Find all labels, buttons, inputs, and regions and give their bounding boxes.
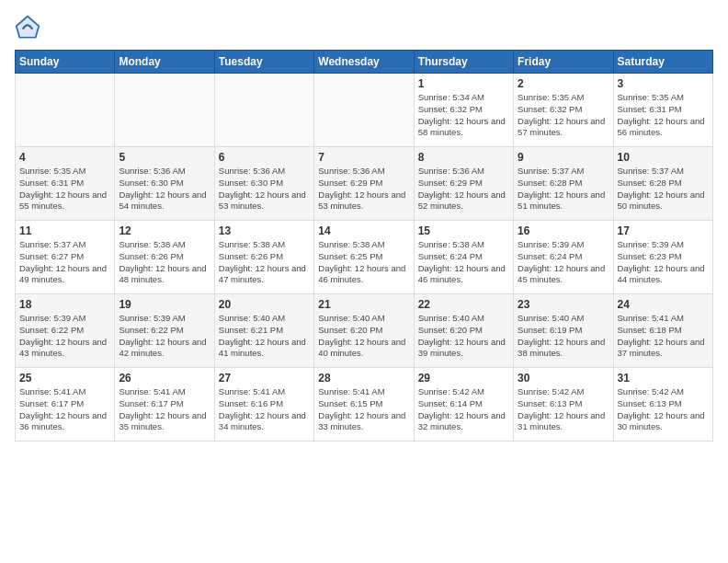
day-content: Sunrise: 5:36 AM Sunset: 6:29 PM Dayligh… — [318, 166, 409, 213]
day-content: Sunrise: 5:36 AM Sunset: 6:29 PM Dayligh… — [418, 166, 509, 213]
day-number: 9 — [518, 151, 609, 164]
day-number: 21 — [318, 298, 409, 311]
logo — [15, 15, 44, 40]
day-number: 27 — [219, 372, 310, 385]
calendar-cell: 18Sunrise: 5:39 AM Sunset: 6:22 PM Dayli… — [16, 294, 115, 368]
calendar-cell: 25Sunrise: 5:41 AM Sunset: 6:17 PM Dayli… — [16, 368, 115, 442]
calendar-cell: 31Sunrise: 5:42 AM Sunset: 6:13 PM Dayli… — [613, 368, 712, 442]
calendar-cell: 14Sunrise: 5:38 AM Sunset: 6:25 PM Dayli… — [314, 221, 414, 294]
header-sunday: Sunday — [16, 51, 115, 74]
calendar-cell: 13Sunrise: 5:38 AM Sunset: 6:26 PM Dayli… — [214, 221, 313, 294]
day-content: Sunrise: 5:35 AM Sunset: 6:31 PM Dayligh… — [618, 92, 709, 139]
day-number: 4 — [19, 151, 110, 164]
svg-marker-1 — [18, 18, 38, 36]
calendar-table: SundayMondayTuesdayWednesdayThursdayFrid… — [15, 50, 713, 442]
day-number: 20 — [219, 298, 310, 311]
calendar-week-row: 25Sunrise: 5:41 AM Sunset: 6:17 PM Dayli… — [16, 368, 713, 442]
calendar-cell: 26Sunrise: 5:41 AM Sunset: 6:17 PM Dayli… — [115, 368, 214, 442]
day-content: Sunrise: 5:40 AM Sunset: 6:21 PM Dayligh… — [219, 313, 310, 360]
calendar-cell: 4Sunrise: 5:35 AM Sunset: 6:31 PM Daylig… — [16, 147, 115, 221]
day-number: 18 — [19, 298, 110, 311]
day-content: Sunrise: 5:35 AM Sunset: 6:32 PM Dayligh… — [518, 92, 609, 139]
header-friday: Friday — [514, 51, 613, 74]
day-number: 10 — [618, 151, 709, 164]
day-content: Sunrise: 5:38 AM Sunset: 6:26 PM Dayligh… — [119, 239, 210, 286]
calendar-cell: 24Sunrise: 5:41 AM Sunset: 6:18 PM Dayli… — [613, 294, 712, 368]
calendar-cell: 21Sunrise: 5:40 AM Sunset: 6:20 PM Dayli… — [314, 294, 414, 368]
day-number: 3 — [618, 77, 709, 90]
header-saturday: Saturday — [613, 51, 712, 74]
day-content: Sunrise: 5:41 AM Sunset: 6:16 PM Dayligh… — [219, 386, 310, 433]
calendar-cell: 6Sunrise: 5:36 AM Sunset: 6:30 PM Daylig… — [214, 147, 313, 221]
day-number: 19 — [119, 298, 210, 311]
page-header — [15, 15, 713, 40]
day-content: Sunrise: 5:34 AM Sunset: 6:32 PM Dayligh… — [418, 92, 509, 139]
calendar-cell: 5Sunrise: 5:36 AM Sunset: 6:30 PM Daylig… — [115, 147, 214, 221]
day-content: Sunrise: 5:40 AM Sunset: 6:19 PM Dayligh… — [518, 313, 609, 360]
day-content: Sunrise: 5:36 AM Sunset: 6:30 PM Dayligh… — [219, 166, 310, 213]
calendar-cell: 28Sunrise: 5:41 AM Sunset: 6:15 PM Dayli… — [314, 368, 414, 442]
day-content: Sunrise: 5:37 AM Sunset: 6:28 PM Dayligh… — [618, 166, 709, 213]
day-number: 7 — [318, 151, 409, 164]
day-number: 2 — [518, 77, 609, 90]
calendar-cell: 9Sunrise: 5:37 AM Sunset: 6:28 PM Daylig… — [514, 147, 613, 221]
calendar-week-row: 18Sunrise: 5:39 AM Sunset: 6:22 PM Dayli… — [16, 294, 713, 368]
calendar-cell: 7Sunrise: 5:36 AM Sunset: 6:29 PM Daylig… — [314, 147, 414, 221]
calendar-cell — [16, 74, 115, 147]
day-content: Sunrise: 5:39 AM Sunset: 6:23 PM Dayligh… — [618, 239, 709, 286]
day-content: Sunrise: 5:37 AM Sunset: 6:28 PM Dayligh… — [518, 166, 609, 213]
header-wednesday: Wednesday — [314, 51, 414, 74]
calendar-cell: 20Sunrise: 5:40 AM Sunset: 6:21 PM Dayli… — [214, 294, 313, 368]
header-thursday: Thursday — [414, 51, 513, 74]
day-content: Sunrise: 5:35 AM Sunset: 6:31 PM Dayligh… — [19, 166, 110, 213]
day-content: Sunrise: 5:38 AM Sunset: 6:25 PM Dayligh… — [318, 239, 409, 286]
day-content: Sunrise: 5:36 AM Sunset: 6:30 PM Dayligh… — [119, 166, 210, 213]
calendar-cell: 30Sunrise: 5:42 AM Sunset: 6:13 PM Dayli… — [514, 368, 613, 442]
day-number: 25 — [19, 372, 110, 385]
calendar-header-row: SundayMondayTuesdayWednesdayThursdayFrid… — [16, 51, 713, 74]
day-content: Sunrise: 5:39 AM Sunset: 6:22 PM Dayligh… — [19, 313, 110, 360]
calendar-cell — [115, 74, 214, 147]
day-content: Sunrise: 5:42 AM Sunset: 6:13 PM Dayligh… — [518, 386, 609, 433]
day-content: Sunrise: 5:41 AM Sunset: 6:17 PM Dayligh… — [119, 386, 210, 433]
day-content: Sunrise: 5:39 AM Sunset: 6:22 PM Dayligh… — [119, 313, 210, 360]
day-content: Sunrise: 5:41 AM Sunset: 6:18 PM Dayligh… — [618, 313, 709, 360]
day-content: Sunrise: 5:41 AM Sunset: 6:17 PM Dayligh… — [19, 386, 110, 433]
day-number: 31 — [618, 372, 709, 385]
day-number: 24 — [618, 298, 709, 311]
header-monday: Monday — [115, 51, 214, 74]
calendar-week-row: 1Sunrise: 5:34 AM Sunset: 6:32 PM Daylig… — [16, 74, 713, 147]
day-number: 16 — [518, 224, 609, 237]
day-number: 12 — [119, 224, 210, 237]
day-number: 26 — [119, 372, 210, 385]
day-number: 17 — [618, 224, 709, 237]
day-content: Sunrise: 5:38 AM Sunset: 6:24 PM Dayligh… — [418, 239, 509, 286]
calendar-cell: 1Sunrise: 5:34 AM Sunset: 6:32 PM Daylig… — [414, 74, 513, 147]
day-number: 13 — [219, 224, 310, 237]
day-content: Sunrise: 5:37 AM Sunset: 6:27 PM Dayligh… — [19, 239, 110, 286]
calendar-cell: 2Sunrise: 5:35 AM Sunset: 6:32 PM Daylig… — [514, 74, 613, 147]
day-number: 6 — [219, 151, 310, 164]
calendar-cell: 11Sunrise: 5:37 AM Sunset: 6:27 PM Dayli… — [16, 221, 115, 294]
header-tuesday: Tuesday — [214, 51, 313, 74]
day-number: 1 — [418, 77, 509, 90]
day-content: Sunrise: 5:41 AM Sunset: 6:15 PM Dayligh… — [318, 386, 409, 433]
day-content: Sunrise: 5:40 AM Sunset: 6:20 PM Dayligh… — [318, 313, 409, 360]
day-number: 15 — [418, 224, 509, 237]
day-number: 8 — [418, 151, 509, 164]
calendar-cell — [214, 74, 313, 147]
day-number: 28 — [318, 372, 409, 385]
calendar-cell — [314, 74, 414, 147]
day-number: 5 — [119, 151, 210, 164]
day-number: 30 — [518, 372, 609, 385]
day-number: 23 — [518, 298, 609, 311]
day-number: 11 — [19, 224, 110, 237]
day-number: 14 — [318, 224, 409, 237]
day-content: Sunrise: 5:42 AM Sunset: 6:14 PM Dayligh… — [418, 386, 509, 433]
calendar-cell: 3Sunrise: 5:35 AM Sunset: 6:31 PM Daylig… — [613, 74, 712, 147]
calendar-cell: 12Sunrise: 5:38 AM Sunset: 6:26 PM Dayli… — [115, 221, 214, 294]
calendar-cell: 19Sunrise: 5:39 AM Sunset: 6:22 PM Dayli… — [115, 294, 214, 368]
calendar-cell: 15Sunrise: 5:38 AM Sunset: 6:24 PM Dayli… — [414, 221, 513, 294]
calendar-cell: 10Sunrise: 5:37 AM Sunset: 6:28 PM Dayli… — [613, 147, 712, 221]
day-content: Sunrise: 5:42 AM Sunset: 6:13 PM Dayligh… — [618, 386, 709, 433]
